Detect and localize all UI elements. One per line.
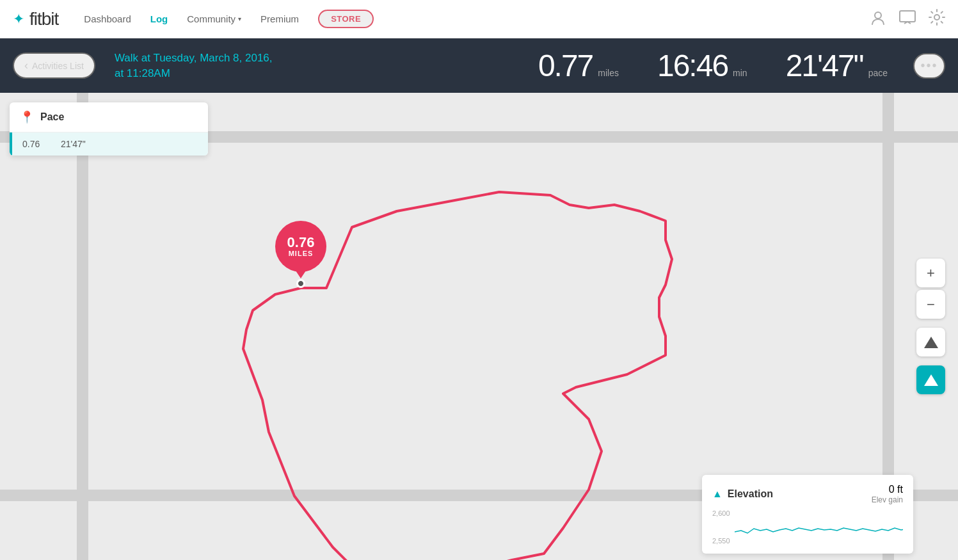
activity-bar: Activities List Walk at Tuesday, March 8… [0, 38, 958, 93]
stat-pace-value: 21'47" [786, 48, 863, 83]
location-icon: 📍 [20, 110, 34, 124]
svg-point-2 [934, 15, 939, 20]
stat-distance-value: 0.77 [538, 48, 593, 83]
pace-card-header: 📍 Pace [10, 102, 208, 132]
svg-point-0 [875, 12, 881, 19]
activities-list-button[interactable]: Activities List [13, 52, 95, 79]
stat-distance: 0.77 miles [538, 48, 619, 83]
svg-rect-1 [900, 11, 915, 22]
elev-label-2550: 2,550 [712, 537, 730, 545]
activity-stats: 0.77 miles 16:46 min 21'47" pace [538, 48, 888, 83]
elevation-header: ▲ Elevation 0 ft Elev gain [712, 484, 903, 504]
nav-dashboard[interactable]: Dashboard [84, 13, 131, 24]
activity-title-line2: at 11:28AM [115, 66, 273, 81]
elevation-unit: ft [897, 484, 903, 495]
elevation-title-group: ▲ Elevation [712, 488, 773, 500]
elevation-gain-label: Elev gain [872, 495, 903, 504]
pace-distance: 0.76 [22, 139, 61, 149]
marker-label: MILES [289, 250, 314, 257]
elevation-chart-svg [735, 513, 903, 545]
pace-card-row: 0.76 21'47" [10, 132, 208, 156]
elevation-number: 0 [889, 484, 895, 495]
marker-value: 0.76 [287, 236, 315, 250]
pace-time: 21'47" [61, 139, 86, 149]
elevation-chart: 2,600 2,550 [712, 509, 903, 545]
message-icon[interactable] [899, 10, 916, 28]
store-button[interactable]: STORE [318, 10, 374, 28]
elevation-value: 0 ft Elev gain [872, 484, 903, 504]
more-options-button[interactable]: ••• [913, 53, 945, 79]
zoom-out-button[interactable]: − [916, 290, 945, 319]
activity-title-line1: Walk at Tuesday, March 8, 2016, [115, 51, 273, 66]
map-controls: + − [916, 259, 945, 394]
stat-time-value: 16:46 [657, 48, 728, 83]
logo-text: fitbit [29, 9, 58, 29]
terrain-button[interactable] [916, 328, 945, 356]
elevation-card: ▲ Elevation 0 ft Elev gain 2,600 2,550 [702, 475, 913, 554]
activity-title: Walk at Tuesday, March 8, 2016, at 11:28… [115, 51, 273, 81]
marker-bubble: 0.76 MILES [275, 221, 326, 272]
stat-time: 16:46 min [657, 48, 747, 83]
main-nav: Dashboard Log Community Premium STORE [84, 10, 870, 28]
svg-marker-4 [924, 374, 938, 386]
elevation-icon: ▲ [712, 488, 722, 500]
zoom-in-button[interactable]: + [916, 259, 945, 287]
nav-community[interactable]: Community [187, 13, 241, 24]
stat-pace: 21'47" pace [786, 48, 888, 83]
elevation-title: Elevation [728, 488, 773, 500]
elevation-ft: 0 ft [872, 484, 903, 495]
map-container: 📍 Pace 0.76 21'47" 0.76 MILES + − ▲ Ele [0, 93, 958, 560]
stat-distance-unit: miles [598, 68, 619, 78]
profile-icon[interactable] [870, 9, 886, 29]
settings-icon[interactable] [929, 9, 945, 29]
nav-premium[interactable]: Premium [260, 13, 299, 24]
logo: ✦ fitbit [13, 9, 58, 29]
stat-time-unit: min [733, 68, 747, 78]
header-icons [870, 9, 945, 29]
svg-marker-3 [924, 337, 938, 348]
fitbit-logo-icon: ✦ [13, 11, 24, 28]
nav-log[interactable]: Log [150, 13, 168, 24]
header: ✦ fitbit Dashboard Log Community Premium… [0, 0, 958, 38]
pace-card-title: Pace [40, 111, 64, 123]
pace-card: 📍 Pace 0.76 21'47" [10, 102, 208, 156]
marker-dot [296, 279, 305, 288]
route-button[interactable] [916, 365, 945, 394]
elev-label-2600: 2,600 [712, 509, 730, 517]
distance-marker: 0.76 MILES [275, 221, 326, 272]
stat-pace-unit: pace [868, 68, 888, 78]
